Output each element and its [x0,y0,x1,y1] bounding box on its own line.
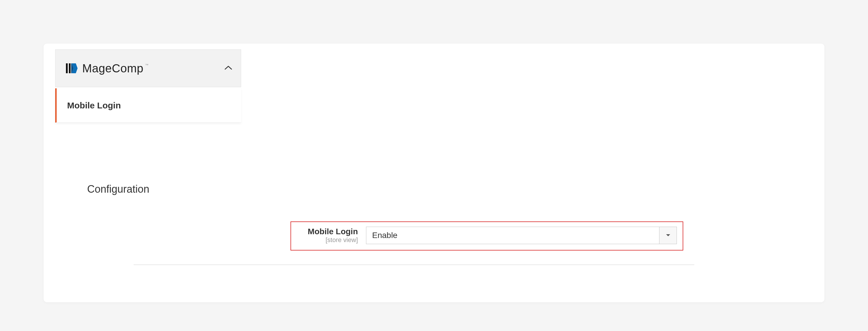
brand-header[interactable]: MageComp™ [55,50,241,87]
trademark-symbol: ™ [145,63,149,67]
field-row: Mobile Login [store view] Enable [297,227,677,244]
caret-down-icon [659,227,677,244]
main-content: Configuration Mobile Login [store view] … [87,183,807,265]
magecomp-logo-icon [65,61,79,76]
brand-name: MageComp™ [82,62,144,75]
mobile-login-select[interactable]: Enable [366,227,677,244]
field-label-text: Mobile Login [297,227,358,236]
highlighted-field: Mobile Login [store view] Enable [290,221,683,250]
field-label: Mobile Login [store view] [297,227,358,244]
chevron-up-icon [224,65,232,71]
svg-rect-1 [69,63,70,73]
config-card: MageComp™ Mobile Login Configuration Mob… [43,43,825,302]
select-value: Enable [366,231,659,240]
section-title: Configuration [87,183,807,195]
field-scope-text: [store view] [297,236,358,244]
sidebar-item-mobile-login[interactable]: Mobile Login [55,88,241,123]
divider [134,265,694,265]
sidebar: MageComp™ Mobile Login [55,50,241,123]
brand-logo: MageComp™ [65,61,144,76]
sidebar-item-label: Mobile Login [67,100,121,111]
svg-rect-0 [66,63,68,73]
